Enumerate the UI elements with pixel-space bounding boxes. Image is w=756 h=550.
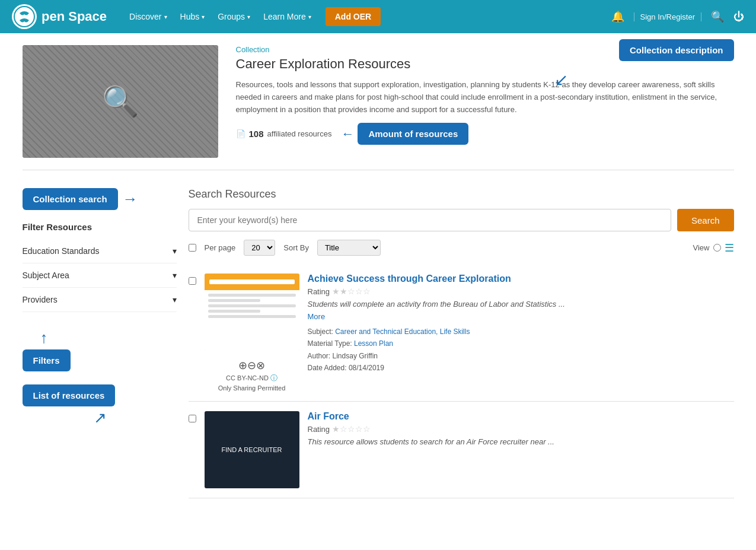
collection-desc-arrow: ↙ [554, 70, 568, 90]
logo-icon [14, 6, 35, 27]
resource-1-thumb-inner [205, 274, 299, 351]
signin-link[interactable]: Sign In/Register [634, 12, 702, 21]
resource-2-rating: Rating ★☆☆☆☆ [308, 424, 734, 434]
subject-area-caret-icon: ▾ [173, 271, 177, 280]
nav-learn-more[interactable]: Learn More ▾ [259, 8, 316, 25]
nav-hubs[interactable]: Hubs ▾ [176, 8, 210, 25]
notification-icon[interactable]: 🔔 [611, 10, 624, 23]
sidebar: Collection search → Filter Resources Edu… [23, 188, 177, 498]
view-grid-radio[interactable] [713, 244, 721, 252]
nav-links: Discover ▾ Hubs ▾ Groups ▾ Learn More ▾ … [125, 7, 605, 26]
per-page-label: Per page [205, 243, 236, 252]
resource-1-desc: Students will complete an activity from … [308, 300, 734, 309]
thumb-top-bar [209, 279, 295, 284]
per-page-select[interactable]: 20 40 60 [244, 240, 275, 256]
resource-1-title[interactable]: Achieve Success through Career Explorati… [308, 274, 734, 284]
stars-display: ★★☆☆☆ [332, 287, 371, 296]
resource-1-details: Subject: Career and Technical Education,… [308, 326, 734, 374]
collection-search-arrow-icon: → [123, 190, 138, 208]
resource-list: ⊕⊖⊗ CC BY-NC-ND ⓘ Only Sharing Permitted… [189, 264, 734, 498]
filters-callout: Filters [23, 349, 71, 371]
resource-2-thumbnail: FIND A RECRUITER [205, 411, 299, 488]
sharing-only-text: Only Sharing Permitted [218, 384, 286, 392]
subject-link[interactable]: Career and Technical Education, Life Ski… [335, 328, 470, 336]
resource-count: 📄 108 affiliated resources ← Amount of r… [236, 123, 734, 145]
add-oer-button[interactable]: Add OER [326, 7, 381, 26]
collection-header: 🔍 Collection description ↙ Collection Ca… [23, 45, 734, 170]
amount-of-resources-callout: Amount of resources [358, 123, 468, 145]
logo[interactable]: pen Space [12, 4, 107, 29]
main-panel: Search Resources Search Per page 20 40 6… [189, 188, 734, 498]
hubs-caret-icon: ▾ [202, 14, 205, 20]
svg-point-0 [14, 7, 34, 27]
material-type-link[interactable]: Lesson Plan [354, 339, 393, 348]
resource-1-meta: Achieve Success through Career Explorati… [308, 274, 734, 374]
education-standards-label: Education Standards [23, 246, 100, 256]
resource-2-checkbox[interactable] [189, 415, 196, 422]
thumb-line-3 [208, 304, 296, 307]
providers-label: Providers [23, 295, 58, 304]
main-layout: Collection search → Filter Resources Edu… [23, 188, 734, 498]
thumb-line-5 [208, 315, 296, 318]
filter-row: Per page 20 40 60 Sort By Title Date Add… [189, 240, 734, 256]
resource-1-thumb-wrap: ⊕⊖⊗ CC BY-NC-ND ⓘ Only Sharing Permitted [205, 274, 299, 392]
resource-1-author: Author: Lindsay Griffin [308, 350, 734, 362]
stars-display-2: ★☆☆☆☆ [332, 424, 371, 434]
license-info-icon[interactable]: ⓘ [270, 374, 277, 382]
sharing-icons: ⊕⊖⊗ [218, 359, 286, 372]
filter-resources-title: Filter Resources [23, 222, 177, 232]
resource-card-1: ⊕⊖⊗ CC BY-NC-ND ⓘ Only Sharing Permitted… [189, 264, 734, 402]
resource-2-thumb-inner: FIND A RECRUITER [205, 411, 299, 488]
list-of-resources-callout-wrap: List of resources ↗ [23, 384, 177, 427]
thumb-line-2 [208, 299, 261, 302]
collection-image: 🔍 [23, 45, 218, 158]
view-label: View [693, 243, 710, 252]
filter-subject-area[interactable]: Subject Area ▾ [23, 263, 177, 288]
resource-1-checkbox[interactable] [189, 277, 196, 285]
amount-arrow-icon: ← [341, 126, 354, 142]
resource-count-label: affiliated resources [267, 129, 332, 138]
filter-education-standards[interactable]: Education Standards ▾ [23, 239, 177, 263]
collection-desc-callout-wrap: Collection description [619, 39, 734, 61]
view-list-icon[interactable]: ☰ [725, 241, 734, 255]
collection-search-callout-wrap: Collection search → [23, 188, 177, 210]
rating-label: Rating [308, 287, 330, 296]
resource-1-more-link[interactable]: More [308, 312, 734, 321]
resource-1-material-type: Material Type: Lesson Plan [308, 338, 734, 349]
logo-text: pen Space [42, 9, 107, 24]
search-section: Search Resources Search Per page 20 40 6… [189, 188, 734, 256]
groups-caret-icon: ▾ [247, 14, 250, 20]
providers-caret-icon: ▾ [173, 295, 177, 304]
sort-by-label: Sort By [283, 243, 309, 252]
search-input[interactable] [189, 209, 671, 231]
thumb-body [205, 290, 299, 351]
select-all-checkbox[interactable] [189, 244, 196, 252]
search-row: Search [189, 209, 734, 231]
search-icon[interactable]: 🔍 [711, 10, 724, 23]
list-of-resources-arrow-icon: ↗ [94, 409, 107, 427]
power-icon[interactable]: ⏻ [733, 11, 744, 23]
resource-1-subject: Subject: Career and Technical Education,… [308, 326, 734, 338]
collection-info: Collection description ↙ Collection Care… [236, 45, 734, 158]
education-standards-caret-icon: ▾ [173, 246, 177, 256]
learn-more-caret-icon: ▾ [308, 14, 311, 20]
filter-providers[interactable]: Providers ▾ [23, 288, 177, 312]
resource-icon: 📄 [236, 129, 245, 138]
rating-label-2: Rating [308, 425, 330, 434]
list-of-resources-callout: List of resources [23, 384, 116, 406]
resource-2-thumb-text: FIND A RECRUITER [218, 443, 285, 457]
resource-2-title[interactable]: Air Force [308, 411, 734, 422]
nav-discover[interactable]: Discover ▾ [125, 8, 171, 25]
thumb-line-1 [208, 294, 296, 297]
filters-arrow-icon: ↑ [40, 329, 48, 347]
collection-description: Resources, tools and lessons that suppor… [236, 79, 734, 116]
resource-2-desc: This resource allows students to search … [308, 437, 734, 446]
thumb-line-4 [208, 310, 261, 313]
subject-area-label: Subject Area [23, 271, 69, 280]
view-icons: View ☰ [693, 241, 734, 255]
resource-1-thumbnail [205, 274, 299, 351]
search-button[interactable]: Search [677, 209, 734, 231]
sort-by-select[interactable]: Title Date Added Rating [317, 240, 381, 256]
nav-icons: 🔔 Sign In/Register 🔍 ⏻ [611, 10, 745, 23]
nav-groups[interactable]: Groups ▾ [213, 8, 255, 25]
